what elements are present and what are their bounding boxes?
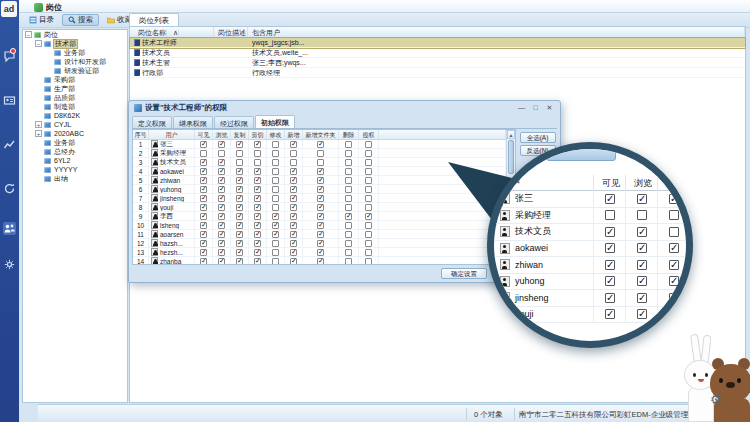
permission-checkbox[interactable] — [272, 249, 279, 256]
tree-item[interactable]: 采购部 — [23, 75, 127, 84]
permission-checkbox[interactable] — [345, 249, 352, 256]
tree-item[interactable]: 业务部 — [23, 48, 127, 57]
permission-checkbox[interactable] — [317, 231, 324, 238]
permission-checkbox[interactable] — [345, 195, 352, 202]
dialog-title-bar[interactable]: 设置"技术工程师"的权限 — □ ✕ — [129, 101, 560, 115]
permission-checkbox[interactable] — [218, 231, 225, 238]
permission-checkbox[interactable] — [218, 150, 225, 157]
permission-checkbox[interactable] — [365, 249, 372, 256]
permission-checkbox[interactable] — [272, 186, 279, 193]
permission-checkbox[interactable] — [317, 204, 324, 211]
maximize-button[interactable]: □ — [530, 103, 541, 113]
permission-checkbox[interactable] — [218, 159, 225, 166]
position-row[interactable]: 技术主管张三;李西;ywqs... — [130, 58, 745, 68]
permission-checkbox[interactable] — [345, 150, 352, 157]
permission-checkbox[interactable] — [365, 159, 372, 166]
permission-checkbox[interactable] — [200, 258, 207, 265]
permission-checkbox[interactable] — [218, 177, 225, 184]
permission-checkbox[interactable] — [218, 204, 225, 211]
select-all-button[interactable]: 全选(A) — [520, 132, 556, 143]
permission-checkbox[interactable] — [272, 141, 279, 148]
permission-checkbox[interactable] — [254, 168, 261, 175]
permission-checkbox[interactable] — [200, 249, 207, 256]
permission-checkbox[interactable] — [317, 186, 324, 193]
tree-item[interactable]: +2020ABC — [23, 129, 127, 138]
permission-checkbox[interactable] — [317, 240, 324, 247]
positions-table-header[interactable]: 岗位名称∧ 岗位描述 包含用户 — [130, 27, 745, 38]
permission-checkbox[interactable] — [272, 204, 279, 211]
mascot-widget[interactable]: ⚙ — [670, 334, 750, 422]
permission-checkbox[interactable] — [272, 231, 279, 238]
permission-checkbox[interactable] — [345, 186, 352, 193]
permission-checkbox[interactable] — [272, 258, 279, 265]
permission-checkbox[interactable] — [200, 141, 207, 148]
permission-checkbox[interactable] — [254, 150, 261, 157]
permission-checkbox[interactable] — [218, 240, 225, 247]
permission-checkbox[interactable] — [218, 258, 225, 265]
tree-item[interactable]: 业务部 — [23, 138, 127, 147]
permission-checkbox[interactable] — [345, 168, 352, 175]
permission-checkbox[interactable] — [218, 141, 225, 148]
permission-checkbox[interactable] — [272, 177, 279, 184]
dialog-tab-0[interactable]: 定义权限 — [132, 116, 172, 128]
permission-checkbox[interactable] — [272, 240, 279, 247]
permission-checkbox[interactable] — [236, 186, 243, 193]
permission-checkbox[interactable] — [317, 177, 324, 184]
permission-checkbox[interactable] — [218, 186, 225, 193]
permission-checkbox[interactable] — [236, 159, 243, 166]
id-card-icon[interactable] — [3, 94, 16, 107]
tree-item[interactable]: 制造部 — [23, 102, 127, 111]
permission-checkbox[interactable] — [290, 186, 297, 193]
permission-checkbox[interactable] — [290, 240, 297, 247]
permission-checkbox[interactable] — [254, 159, 261, 166]
permission-checkbox[interactable] — [236, 204, 243, 211]
permission-checkbox[interactable] — [236, 240, 243, 247]
permission-checkbox[interactable] — [200, 240, 207, 247]
dialog-tab-1[interactable]: 继承权限 — [173, 116, 213, 128]
positions-list-tab[interactable]: 岗位列表 — [129, 13, 179, 26]
permission-checkbox[interactable] — [254, 222, 261, 229]
sync-icon[interactable] — [3, 182, 16, 195]
position-row[interactable]: 技术工程师ywqs_jsgcs;jsb... — [130, 38, 745, 48]
permission-row[interactable]: 14zhanba — [133, 257, 506, 264]
permission-checkbox[interactable] — [317, 150, 324, 157]
tree-item[interactable]: 品质部 — [23, 93, 127, 102]
permission-checkbox[interactable] — [345, 222, 352, 229]
permission-checkbox[interactable] — [290, 177, 297, 184]
tree-item[interactable]: +CYJL — [23, 120, 127, 129]
permission-checkbox[interactable] — [290, 222, 297, 229]
permission-checkbox[interactable] — [317, 258, 324, 265]
permission-checkbox[interactable] — [254, 141, 261, 148]
permission-checkbox[interactable] — [200, 231, 207, 238]
permission-checkbox[interactable] — [272, 159, 279, 166]
permission-checkbox[interactable] — [272, 222, 279, 229]
line-chart-icon[interactable] — [3, 138, 16, 151]
permission-checkbox[interactable] — [345, 204, 352, 211]
permission-checkbox[interactable] — [290, 195, 297, 202]
permission-checkbox[interactable] — [345, 159, 352, 166]
tree-item[interactable]: 6YL2 — [23, 156, 127, 165]
permission-checkbox[interactable] — [236, 195, 243, 202]
permission-checkbox[interactable] — [272, 168, 279, 175]
expand-icon[interactable]: + — [35, 130, 42, 137]
minimize-button[interactable]: — — [516, 103, 527, 113]
permission-checkbox[interactable] — [254, 258, 261, 265]
position-row[interactable]: 技术文员技术文员,weite_... — [130, 48, 745, 58]
permission-checkbox[interactable] — [200, 186, 207, 193]
permission-checkbox[interactable] — [290, 204, 297, 211]
permission-checkbox[interactable] — [218, 195, 225, 202]
permission-checkbox[interactable] — [365, 258, 372, 265]
permission-row[interactable]: 13hezsh... — [133, 248, 506, 257]
app-logo[interactable]: ad — [1, 1, 17, 17]
permission-checkbox[interactable] — [345, 213, 352, 220]
collapse-icon[interactable]: − — [25, 31, 32, 38]
permission-checkbox[interactable] — [290, 141, 297, 148]
permission-checkbox[interactable] — [365, 195, 372, 202]
search-button[interactable]: 搜索 — [62, 14, 99, 26]
permission-checkbox[interactable] — [254, 213, 261, 220]
permission-checkbox[interactable] — [254, 186, 261, 193]
permission-checkbox[interactable] — [365, 150, 372, 157]
permission-checkbox[interactable] — [200, 150, 207, 157]
confirm-settings-button[interactable]: 确定设置 — [441, 268, 487, 279]
column-position-name[interactable]: 岗位名称∧ — [130, 27, 214, 37]
